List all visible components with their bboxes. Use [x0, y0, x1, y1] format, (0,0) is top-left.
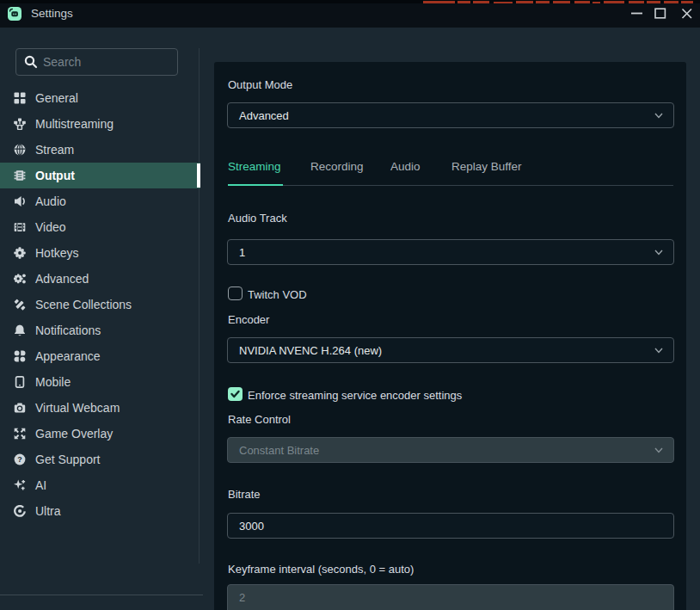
svg-text:?: ? [17, 455, 22, 464]
